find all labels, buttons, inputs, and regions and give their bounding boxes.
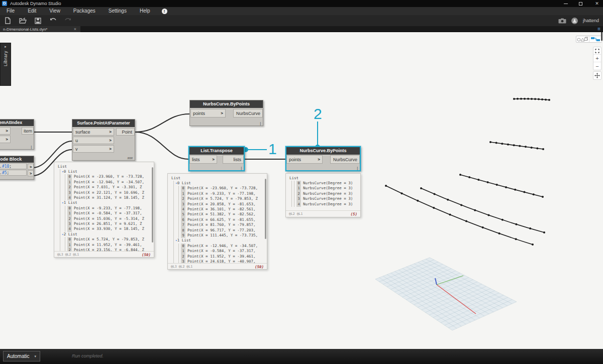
sublist-label[interactable]: ▾1 List [60,200,150,205]
node-title[interactable]: Code Block [0,156,34,163]
tab-overflow-icon[interactable]: ≡ [597,26,600,32]
menu-edit[interactable]: Edit [21,7,43,15]
list-item: 1Point(X = -0.584, Y = -37.317, [179,249,263,254]
input-port-u[interactable]: u> [73,137,114,144]
item-count-badge: (5) [350,212,357,216]
minimize-button[interactable] [564,4,570,4]
curve-point [548,99,550,101]
menu-settings[interactable]: Settings [102,7,133,15]
library-panel-toggle[interactable]: ▸ Library [0,43,11,86]
node-code-block[interactable]: Code Block 0..1..#10; > 0..1..#5; > [0,156,34,180]
input-port-v[interactable]: v> [73,145,114,153]
node-surface-point-at-parameter[interactable]: Surface.PointAtParameter surface> Point … [72,119,135,161]
code-line[interactable]: 0..1..#10; [0,163,27,169]
menu-view[interactable]: View [43,7,67,15]
graph-canvas[interactable]: ▸ Library ItemAtIndex > item > | Code Bl… [0,32,603,349]
zoom-out-button[interactable]: − [593,62,601,70]
run-mode-dropdown[interactable]: Automatic ▾ [3,351,40,361]
undo-button[interactable] [45,18,60,24]
dynamo-logo-icon: D [2,1,7,6]
list-root-label: List [58,164,150,169]
lacing-indicator[interactable]: | [357,166,358,170]
notification-icon[interactable]: ! [162,9,167,14]
fit-view-icon [595,49,599,53]
output-port-item[interactable]: item [22,127,34,135]
nurbs-curve-preview [386,186,533,245]
lacing-indicator[interactable]: | [31,145,32,149]
wire-point-to-transpose[interactable] [135,132,188,159]
input-port-points[interactable]: points> [190,109,226,117]
wire-point-to-nurbscurve[interactable] [135,114,189,132]
sublist-label[interactable]: ▾2 List [60,232,150,237]
menu-file[interactable]: File [0,7,21,15]
user-avatar[interactable] [571,18,578,24]
pan-button[interactable] [593,71,601,80]
input-port-surface[interactable]: surface> [73,128,114,136]
save-button[interactable] [30,18,45,24]
node-title[interactable]: Surface.PointAtParameter [72,119,135,127]
lacing-indicator[interactable]: | [260,122,261,125]
node-list-transpose[interactable]: List.Transpose lists> lists | [188,146,245,171]
graph-view-button[interactable] [589,36,602,42]
node-nurbscurve-bypoints-1[interactable]: NurbsCurve.ByPoints points> NurbsCurve | [189,100,263,126]
input-port[interactable]: > [0,127,11,135]
list-item: 4Point(X = 31.124, Y = 18.145, Z [65,195,150,200]
tab-n-dimensional-lists[interactable]: n-Dimensional-Lists.dyn* × [0,26,80,32]
input-port-lists[interactable]: lists> [189,155,217,164]
curve-point [527,98,529,100]
curve-point [495,142,497,144]
node-title[interactable]: List.Transpose [189,147,244,155]
new-file-button[interactable] [0,17,15,24]
undo-icon [49,18,57,24]
curve-point [543,231,545,233]
list-item: 3Point(X = 22.121, Y = 10.696, Z [65,190,150,195]
list-item: 9Point(X = 111.445, Y = -73.735, [179,233,263,238]
preview-scrollbar[interactable] [152,167,153,242]
node-item-at-index[interactable]: ItemAtIndex > item > | [0,119,34,150]
sublist-label[interactable]: ▾0 List [174,181,263,186]
curve-point [529,227,531,229]
menu-help[interactable]: Help [133,7,157,15]
list-item: 1NurbsCurve(Degree = 3) [294,186,356,191]
data-preview-surface-points[interactable]: List▾0 List0Point(X = -23.960, Y = -73.7… [54,162,154,258]
list-levels-label: @L2 @L1 [289,212,303,216]
callout-2-label: 2 [314,106,322,122]
tab-close-icon[interactable]: × [74,27,76,32]
input-port[interactable]: > [0,136,11,143]
node-title[interactable]: NurbsCurve.ByPoints [286,147,360,155]
sublist-label[interactable]: ▾1 List [174,238,263,243]
toolbar: jhattend [0,15,603,26]
open-file-button[interactable] [15,18,30,24]
code-line[interactable]: 0..1..#5; [0,170,27,176]
close-button[interactable]: ✕ [594,1,600,6]
node-nurbscurve-bypoints-2[interactable]: NurbsCurve.ByPoints points> NurbsCurve | [285,146,361,171]
maximize-button[interactable] [579,2,585,6]
zoom-fit-button[interactable] [593,47,601,55]
geometry-view-button[interactable] [576,36,589,42]
menu-packages[interactable]: Packages [67,7,102,15]
data-preview-nurbscurves[interactable]: List0NurbsCurve(Degree = 3)1NurbsCurve(D… [285,173,361,217]
output-port[interactable]: > [28,170,34,176]
output-port-nurbscurve[interactable]: NurbsCurve [330,155,360,164]
output-port[interactable]: > [28,164,34,170]
output-port-lists[interactable]: lists [223,155,244,164]
zoom-in-button[interactable]: + [593,55,601,62]
output-port-point[interactable]: Point [116,128,135,136]
canvas-scrollbar[interactable] [601,32,602,41]
node-title[interactable]: NurbsCurve.ByPoints [190,100,263,108]
curve-point [515,238,517,240]
node-title[interactable]: ItemAtIndex [0,119,34,126]
lacing-indicator[interactable]: | [241,166,242,170]
lacing-indicator[interactable]: xxx [128,156,133,160]
preview-scrollbar[interactable] [265,179,266,239]
data-preview-transposed-points[interactable]: List▾0 List0Point(X = -23.960, Y = -73.7… [167,173,267,270]
curve-point [538,98,540,100]
curve-point [534,98,536,100]
redo-button[interactable] [60,18,75,24]
screenshot-camera-icon[interactable] [558,18,566,24]
input-port-points[interactable]: points> [286,155,323,164]
sublist-label[interactable]: ▾0 List [60,169,150,174]
curve-point [545,98,547,100]
output-port-nurbscurve[interactable]: NurbsCurve [233,109,263,117]
list-item: 0Point(X = 5.724, Y = -79.853, Z [65,237,150,242]
